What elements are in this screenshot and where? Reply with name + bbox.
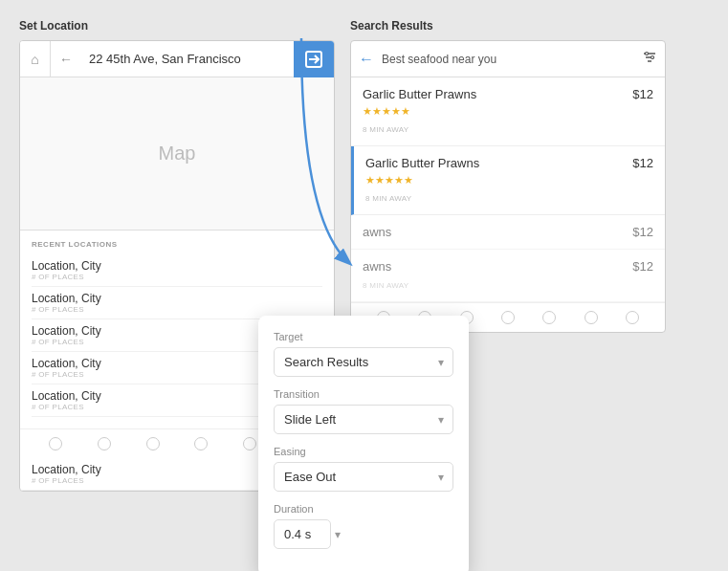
target-select-wrapper: Search Results Home Profile: [274, 347, 453, 377]
result-distance: 8 MIN AWAY: [363, 121, 653, 140]
duration-chevron-icon[interactable]: ▾: [335, 528, 341, 541]
result-name: awns: [363, 259, 391, 274]
svg-point-5: [646, 53, 649, 55]
filter-icon[interactable]: [642, 51, 657, 67]
popup-duration-section: Duration 0.4 s ▾: [274, 503, 453, 549]
svg-point-6: [651, 56, 654, 59]
popup-transition-section: Transition Slide Left Slide Right Fade N…: [274, 388, 453, 434]
forward-arrow-icon: [305, 51, 322, 68]
result-price: $12: [632, 259, 653, 274]
location-name: Location, City: [32, 292, 322, 305]
result-header: Garlic Butter Prawns $12: [365, 156, 653, 170]
result-distance: 8 MIN AWAY: [363, 277, 653, 296]
result-item[interactable]: Garlic Butter Prawns $12 ★★★★★ 8 MIN AWA…: [351, 77, 665, 146]
radio-dot[interactable]: [585, 311, 598, 324]
result-price: $12: [632, 156, 653, 170]
recent-title: RECENT LOCATIONS: [32, 240, 322, 249]
result-name: Garlic Butter Prawns: [365, 156, 479, 170]
result-header: Garlic Butter Prawns $12: [363, 87, 653, 101]
list-item[interactable]: Location, City # OF PLACES: [32, 287, 322, 319]
popup-transition-label: Transition: [274, 388, 453, 400]
radio-dot[interactable]: [501, 311, 515, 324]
result-price: $12: [632, 225, 653, 239]
radio-dot[interactable]: [146, 437, 160, 450]
result-price: $12: [632, 87, 653, 101]
radio-dot[interactable]: [194, 437, 208, 450]
location-sub: # OF PLACES: [32, 305, 322, 314]
radio-dot[interactable]: [542, 311, 556, 324]
address-bar: ⌂ ← 22 45th Ave, San Francisco: [20, 41, 334, 77]
radio-dot[interactable]: [626, 311, 639, 324]
transition-select-wrapper: Slide Left Slide Right Fade None: [274, 405, 453, 434]
easing-select[interactable]: Ease Out Ease In Ease In Out Linear: [274, 462, 453, 492]
list-item[interactable]: Location, City # OF PLACES: [32, 254, 322, 287]
map-label: Map: [159, 143, 196, 165]
popup-target-label: Target: [274, 331, 453, 342]
result-item[interactable]: awns $12 8 MIN AWAY: [351, 250, 665, 302]
result-name: awns: [363, 225, 391, 239]
radio-dot[interactable]: [98, 437, 111, 450]
result-distance: 8 MIN AWAY: [365, 190, 653, 209]
result-name: Garlic Butter Prawns: [363, 87, 476, 101]
result-item-highlighted[interactable]: Garlic Butter Prawns $12 ★★★★★ 8 MIN AWA…: [351, 146, 665, 215]
radio-dot[interactable]: [243, 437, 256, 450]
search-results-frame: ← Best seafood near you Garlic Butter Pr…: [350, 40, 666, 333]
search-back-button[interactable]: ←: [359, 51, 374, 68]
home-icon: ⌂: [20, 41, 51, 77]
back-icon[interactable]: ←: [51, 41, 81, 77]
search-input-display[interactable]: Best seafood near you: [382, 53, 634, 66]
address-input[interactable]: 22 45th Ave, San Francisco: [81, 52, 294, 66]
location-name: Location, City: [32, 259, 322, 273]
transition-select[interactable]: Slide Left Slide Right Fade None: [274, 405, 453, 434]
location-sub: # OF PLACES: [32, 273, 322, 281]
search-results-title: Search Results: [350, 19, 666, 33]
result-header: awns $12: [363, 259, 653, 274]
easing-select-wrapper: Ease Out Ease In Ease In Out Linear: [274, 462, 453, 492]
popup-easing-label: Easing: [274, 446, 453, 457]
search-bar: ← Best seafood near you: [351, 41, 665, 77]
popup-duration-label: Duration: [274, 503, 453, 515]
popup-easing-section: Easing Ease Out Ease In Ease In Out Line…: [274, 446, 453, 492]
duration-value[interactable]: 0.4 s: [274, 519, 331, 549]
target-select[interactable]: Search Results Home Profile: [274, 347, 453, 377]
radio-dot[interactable]: [49, 437, 62, 450]
map-area: Map: [20, 77, 334, 231]
forward-button[interactable]: [294, 41, 334, 77]
transition-popup: Target Search Results Home Profile Trans…: [258, 316, 469, 571]
popup-target-section: Target Search Results Home Profile: [274, 331, 453, 377]
result-item[interactable]: awns $12: [351, 215, 665, 250]
duration-row: 0.4 s ▾: [274, 519, 453, 549]
result-stars: ★★★★★: [363, 105, 653, 118]
result-header: awns $12: [363, 225, 653, 239]
set-location-title: Set Location: [19, 19, 335, 33]
result-stars: ★★★★★: [365, 174, 653, 187]
